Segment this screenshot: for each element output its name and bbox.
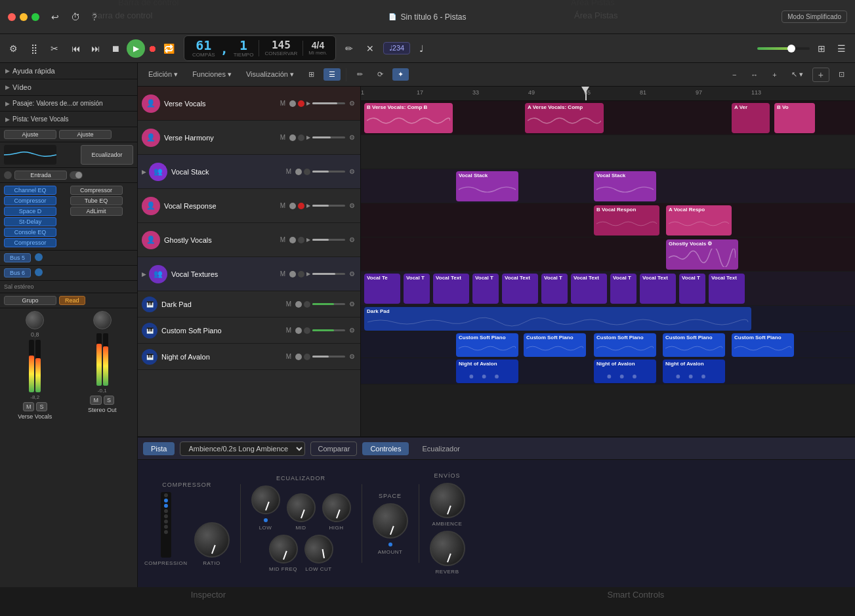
solo-stereo-btn[interactable]: S <box>104 396 114 405</box>
tempo-track-btn[interactable]: ♩234 <box>383 42 410 54</box>
st-delay-btn[interactable]: St-Delay <box>4 217 56 226</box>
record-btn-7[interactable] <box>304 301 310 308</box>
low-cut-knob-body[interactable] <box>299 529 338 569</box>
zoom-in-btn[interactable]: + <box>767 69 782 81</box>
vocal-te-region[interactable]: Vocal Te <box>364 274 400 304</box>
vol-slider-2[interactable] <box>312 136 345 138</box>
passage-header[interactable]: ▶ Pasaje: Valores de...or omisión <box>5 100 132 107</box>
ratio-knob-body[interactable] <box>194 522 230 558</box>
vocal-text-region-9[interactable]: Vocal Text <box>640 274 676 304</box>
mute-btn-5[interactable]: M <box>278 236 287 245</box>
mixer-btn[interactable]: ⣿ <box>27 41 41 56</box>
compare-btn[interactable]: Comparar <box>310 441 357 456</box>
grid-view-btn[interactable]: ⊞ <box>303 68 320 81</box>
cycle-btn[interactable]: 🔁 <box>159 41 178 56</box>
record-btn-6[interactable] <box>298 271 304 277</box>
scissors-btn[interactable]: ✂ <box>47 41 62 56</box>
csp-region-4[interactable]: Custom Soft Piano <box>663 333 725 357</box>
entrada-btn[interactable]: Entrada <box>14 171 67 180</box>
settings-btn[interactable]: ⚙ <box>5 41 22 56</box>
tracks-content[interactable]: B Verse Vocals: Comp B A Verse Vocals: C… <box>361 101 855 436</box>
settings-9[interactable]: ⚙ <box>347 352 356 361</box>
vol-slider-7[interactable] <box>312 303 345 305</box>
rewind-btn[interactable]: ⏮ <box>68 41 85 56</box>
edicion-menu[interactable]: Edición ▾ <box>143 68 183 81</box>
video-header[interactable]: ▶ Vídeo <box>5 83 132 91</box>
cursor-tool-btn[interactable]: ↖ ▾ <box>786 68 808 81</box>
visualizacion-menu[interactable]: Visualización ▾ <box>241 68 299 81</box>
mid-knob-body[interactable] <box>287 493 316 522</box>
record-btn-8[interactable] <box>304 327 310 334</box>
vol-slider-3[interactable] <box>312 171 345 173</box>
settings-8[interactable]: ⚙ <box>347 326 356 335</box>
mute-verse-btn[interactable]: M <box>23 402 35 411</box>
play-btn[interactable]: ▶ <box>127 39 145 58</box>
master-volume-slider[interactable] <box>757 47 810 50</box>
add-track-icon-btn[interactable]: + <box>812 68 829 82</box>
fit-btn[interactable]: ↔ <box>745 69 763 81</box>
compressor3-btn[interactable]: Compressor <box>70 186 123 195</box>
mute-btn-3[interactable]: M <box>284 167 293 176</box>
vocal-text-region-7[interactable]: Vocal Text <box>571 274 607 304</box>
adlimit-btn[interactable]: AdLimit <box>70 207 123 216</box>
vocal-t-region-6[interactable]: Vocal T <box>541 274 568 304</box>
mute-btn-6[interactable]: M <box>278 270 287 279</box>
tab-ecualizador[interactable]: Ecualizador <box>414 442 467 455</box>
mid-freq-knob-body[interactable] <box>269 535 298 564</box>
dark-pad-region[interactable]: Dark Pad <box>364 307 751 331</box>
vocal-stack-region-1[interactable]: Vocal Stack <box>456 171 518 201</box>
list-view-btn[interactable]: ☰ <box>323 68 341 81</box>
vocal-response-region-2[interactable]: A Vocal Respo <box>666 205 732 236</box>
forward-btn[interactable]: ⏭ <box>87 41 104 56</box>
bus5-btn[interactable]: Bus 5 <box>4 253 31 262</box>
bus6-btn[interactable]: Bus 6 <box>4 268 31 277</box>
reverb-knob-body[interactable] <box>430 531 465 566</box>
expand-group-2[interactable]: ▶ <box>142 271 146 277</box>
record-btn-5[interactable] <box>298 237 304 243</box>
record-btn-3[interactable] <box>304 169 310 175</box>
vocal-response-region-1[interactable]: B Vocal Respon <box>594 205 659 236</box>
console-eq-btn[interactable]: Console EQ <box>4 228 56 237</box>
mute-stereo-btn[interactable]: M <box>90 396 102 405</box>
record-btn-9[interactable] <box>304 354 310 360</box>
expand-btn[interactable]: ⊡ <box>833 68 850 81</box>
tune-btn[interactable]: ♩ <box>415 41 428 56</box>
history-btn[interactable]: ↩ <box>47 9 63 25</box>
minimize-button[interactable] <box>20 13 28 21</box>
stop-btn[interactable]: ⏹ <box>107 41 124 56</box>
settings-4[interactable]: ⚙ <box>347 201 356 211</box>
mute-btn-1[interactable]: M <box>278 99 287 108</box>
verse-vocals-region-4[interactable]: B Vo <box>774 103 815 133</box>
vol-slider-1[interactable] <box>312 102 345 104</box>
record-btn[interactable]: ⏺ <box>148 43 157 54</box>
vol-slider-6[interactable] <box>312 273 345 275</box>
pan-knob-stereo[interactable] <box>93 311 112 329</box>
pencil-btn[interactable]: ✏ <box>341 41 357 56</box>
link-toggle[interactable] <box>70 171 83 179</box>
mute-btn-8[interactable]: M <box>284 326 293 335</box>
record-btn-1[interactable] <box>298 100 304 107</box>
vol-slider-5[interactable] <box>312 239 345 241</box>
compressor-btn[interactable]: Compressor <box>4 196 56 205</box>
csp-region-3[interactable]: Custom Soft Piano <box>594 333 656 357</box>
verse-vocals-region-3[interactable]: A Ver <box>732 103 770 133</box>
tube-eq-btn[interactable]: Tube EQ <box>70 196 123 205</box>
low-knob-body[interactable] <box>251 485 280 514</box>
amount-knob-body[interactable] <box>373 503 408 539</box>
expand-group-1[interactable]: ▶ <box>142 169 146 175</box>
vocal-stack-region-2[interactable]: Vocal Stack <box>594 171 656 201</box>
tab-pista[interactable]: Pista <box>143 442 175 455</box>
settings-5[interactable]: ⚙ <box>347 236 356 245</box>
tab-controles[interactable]: Controles <box>362 442 409 455</box>
edit-tool-btn[interactable]: ✏ <box>352 68 368 81</box>
grupo-btn[interactable]: Grupo <box>4 296 56 305</box>
plugin-selector[interactable]: Ambience/0.2s Long Ambience <box>180 441 305 456</box>
funciones-menu[interactable]: Funciones ▾ <box>187 68 237 81</box>
channel-eq-btn[interactable]: Channel EQ <box>4 186 56 195</box>
csp-region-1[interactable]: Custom Soft Piano <box>456 333 518 357</box>
mute-btn-9[interactable]: M <box>284 352 293 361</box>
noa-region-1[interactable]: Night of Avalon <box>456 359 518 383</box>
ecualizador-btn[interactable]: Ecualizador <box>81 145 133 165</box>
traffic-lights[interactable] <box>8 13 39 21</box>
settings-7[interactable]: ⚙ <box>347 300 356 309</box>
